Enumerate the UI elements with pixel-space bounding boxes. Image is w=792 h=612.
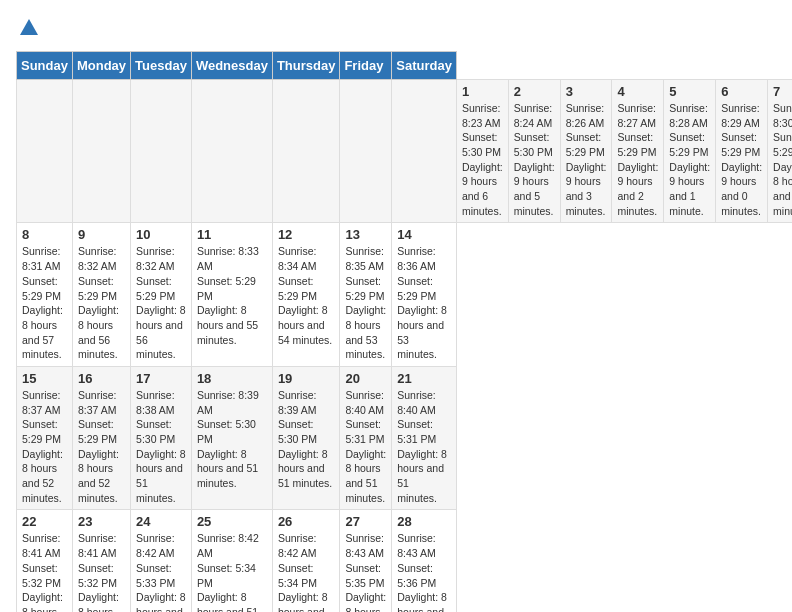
day-detail: Sunrise: 8:38 AM Sunset: 5:30 PM Dayligh… [136, 388, 186, 506]
day-detail: Sunrise: 8:26 AM Sunset: 5:29 PM Dayligh… [566, 101, 607, 219]
calendar-cell: 6 Sunrise: 8:29 AM Sunset: 5:29 PM Dayli… [716, 79, 768, 223]
calendar-cell: 27 Sunrise: 8:43 AM Sunset: 5:35 PM Dayl… [340, 510, 392, 612]
day-number: 9 [78, 227, 125, 242]
calendar-cell: 9 Sunrise: 8:32 AM Sunset: 5:29 PM Dayli… [72, 223, 130, 367]
calendar-cell: 1 Sunrise: 8:23 AM Sunset: 5:30 PM Dayli… [456, 79, 508, 223]
calendar-table: SundayMondayTuesdayWednesdayThursdayFrid… [16, 51, 792, 612]
day-detail: Sunrise: 8:39 AM Sunset: 5:30 PM Dayligh… [197, 388, 267, 491]
day-number: 8 [22, 227, 67, 242]
day-header-tuesday: Tuesday [131, 51, 192, 79]
calendar-week-1: 1 Sunrise: 8:23 AM Sunset: 5:30 PM Dayli… [17, 79, 793, 223]
calendar-cell: 19 Sunrise: 8:39 AM Sunset: 5:30 PM Dayl… [272, 366, 340, 510]
day-number: 1 [462, 84, 503, 99]
day-detail: Sunrise: 8:43 AM Sunset: 5:36 PM Dayligh… [397, 531, 451, 612]
day-detail: Sunrise: 8:23 AM Sunset: 5:30 PM Dayligh… [462, 101, 503, 219]
day-number: 11 [197, 227, 267, 242]
day-number: 24 [136, 514, 186, 529]
day-detail: Sunrise: 8:41 AM Sunset: 5:32 PM Dayligh… [22, 531, 67, 612]
day-detail: Sunrise: 8:37 AM Sunset: 5:29 PM Dayligh… [78, 388, 125, 506]
day-number: 2 [514, 84, 555, 99]
day-number: 18 [197, 371, 267, 386]
day-number: 22 [22, 514, 67, 529]
day-detail: Sunrise: 8:42 AM Sunset: 5:34 PM Dayligh… [197, 531, 267, 612]
calendar-cell: 20 Sunrise: 8:40 AM Sunset: 5:31 PM Dayl… [340, 366, 392, 510]
day-number: 3 [566, 84, 607, 99]
day-detail: Sunrise: 8:40 AM Sunset: 5:31 PM Dayligh… [345, 388, 386, 506]
day-number: 7 [773, 84, 792, 99]
day-detail: Sunrise: 8:36 AM Sunset: 5:29 PM Dayligh… [397, 244, 451, 362]
day-detail: Sunrise: 8:42 AM Sunset: 5:34 PM Dayligh… [278, 531, 335, 612]
calendar-week-3: 15 Sunrise: 8:37 AM Sunset: 5:29 PM Dayl… [17, 366, 793, 510]
page-header [16, 16, 776, 39]
calendar-cell: 16 Sunrise: 8:37 AM Sunset: 5:29 PM Dayl… [72, 366, 130, 510]
day-number: 10 [136, 227, 186, 242]
calendar-cell: 24 Sunrise: 8:42 AM Sunset: 5:33 PM Dayl… [131, 510, 192, 612]
day-number: 20 [345, 371, 386, 386]
day-number: 4 [617, 84, 658, 99]
day-detail: Sunrise: 8:40 AM Sunset: 5:31 PM Dayligh… [397, 388, 451, 506]
calendar-cell: 3 Sunrise: 8:26 AM Sunset: 5:29 PM Dayli… [560, 79, 612, 223]
calendar-cell [340, 79, 392, 223]
day-number: 19 [278, 371, 335, 386]
day-number: 26 [278, 514, 335, 529]
calendar-cell: 22 Sunrise: 8:41 AM Sunset: 5:32 PM Dayl… [17, 510, 73, 612]
day-detail: Sunrise: 8:37 AM Sunset: 5:29 PM Dayligh… [22, 388, 67, 506]
day-detail: Sunrise: 8:35 AM Sunset: 5:29 PM Dayligh… [345, 244, 386, 362]
logo [16, 16, 44, 39]
calendar-cell: 23 Sunrise: 8:41 AM Sunset: 5:32 PM Dayl… [72, 510, 130, 612]
day-detail: Sunrise: 8:41 AM Sunset: 5:32 PM Dayligh… [78, 531, 125, 612]
day-detail: Sunrise: 8:31 AM Sunset: 5:29 PM Dayligh… [22, 244, 67, 362]
calendar-cell [191, 79, 272, 223]
calendar-cell: 25 Sunrise: 8:42 AM Sunset: 5:34 PM Dayl… [191, 510, 272, 612]
calendar-cell: 7 Sunrise: 8:30 AM Sunset: 5:29 PM Dayli… [768, 79, 792, 223]
day-number: 16 [78, 371, 125, 386]
day-detail: Sunrise: 8:24 AM Sunset: 5:30 PM Dayligh… [514, 101, 555, 219]
day-detail: Sunrise: 8:33 AM Sunset: 5:29 PM Dayligh… [197, 244, 267, 347]
calendar-cell: 15 Sunrise: 8:37 AM Sunset: 5:29 PM Dayl… [17, 366, 73, 510]
day-header-wednesday: Wednesday [191, 51, 272, 79]
day-detail: Sunrise: 8:28 AM Sunset: 5:29 PM Dayligh… [669, 101, 710, 219]
logo-text [16, 16, 42, 39]
calendar-header-row: SundayMondayTuesdayWednesdayThursdayFrid… [17, 51, 793, 79]
day-number: 14 [397, 227, 451, 242]
calendar-cell: 5 Sunrise: 8:28 AM Sunset: 5:29 PM Dayli… [664, 79, 716, 223]
calendar-cell: 18 Sunrise: 8:39 AM Sunset: 5:30 PM Dayl… [191, 366, 272, 510]
calendar-cell: 17 Sunrise: 8:38 AM Sunset: 5:30 PM Dayl… [131, 366, 192, 510]
calendar-cell [72, 79, 130, 223]
day-number: 6 [721, 84, 762, 99]
day-number: 15 [22, 371, 67, 386]
day-number: 23 [78, 514, 125, 529]
calendar-cell: 11 Sunrise: 8:33 AM Sunset: 5:29 PM Dayl… [191, 223, 272, 367]
calendar-week-4: 22 Sunrise: 8:41 AM Sunset: 5:32 PM Dayl… [17, 510, 793, 612]
calendar-cell: 13 Sunrise: 8:35 AM Sunset: 5:29 PM Dayl… [340, 223, 392, 367]
calendar-cell [392, 79, 457, 223]
calendar-cell [272, 79, 340, 223]
day-detail: Sunrise: 8:43 AM Sunset: 5:35 PM Dayligh… [345, 531, 386, 612]
day-header-monday: Monday [72, 51, 130, 79]
day-detail: Sunrise: 8:30 AM Sunset: 5:29 PM Dayligh… [773, 101, 792, 219]
calendar-cell: 2 Sunrise: 8:24 AM Sunset: 5:30 PM Dayli… [508, 79, 560, 223]
calendar-cell [131, 79, 192, 223]
day-detail: Sunrise: 8:34 AM Sunset: 5:29 PM Dayligh… [278, 244, 335, 347]
calendar-cell: 21 Sunrise: 8:40 AM Sunset: 5:31 PM Dayl… [392, 366, 457, 510]
calendar-cell [17, 79, 73, 223]
day-number: 12 [278, 227, 335, 242]
day-detail: Sunrise: 8:27 AM Sunset: 5:29 PM Dayligh… [617, 101, 658, 219]
calendar-cell: 14 Sunrise: 8:36 AM Sunset: 5:29 PM Dayl… [392, 223, 457, 367]
calendar-week-2: 8 Sunrise: 8:31 AM Sunset: 5:29 PM Dayli… [17, 223, 793, 367]
day-number: 27 [345, 514, 386, 529]
calendar-cell: 8 Sunrise: 8:31 AM Sunset: 5:29 PM Dayli… [17, 223, 73, 367]
day-header-friday: Friday [340, 51, 392, 79]
calendar-cell: 28 Sunrise: 8:43 AM Sunset: 5:36 PM Dayl… [392, 510, 457, 612]
day-header-thursday: Thursday [272, 51, 340, 79]
day-number: 17 [136, 371, 186, 386]
day-detail: Sunrise: 8:32 AM Sunset: 5:29 PM Dayligh… [78, 244, 125, 362]
svg-marker-0 [20, 19, 38, 35]
day-number: 13 [345, 227, 386, 242]
day-number: 5 [669, 84, 710, 99]
day-detail: Sunrise: 8:32 AM Sunset: 5:29 PM Dayligh… [136, 244, 186, 362]
day-detail: Sunrise: 8:39 AM Sunset: 5:30 PM Dayligh… [278, 388, 335, 491]
calendar-cell: 4 Sunrise: 8:27 AM Sunset: 5:29 PM Dayli… [612, 79, 664, 223]
day-header-saturday: Saturday [392, 51, 457, 79]
day-detail: Sunrise: 8:42 AM Sunset: 5:33 PM Dayligh… [136, 531, 186, 612]
